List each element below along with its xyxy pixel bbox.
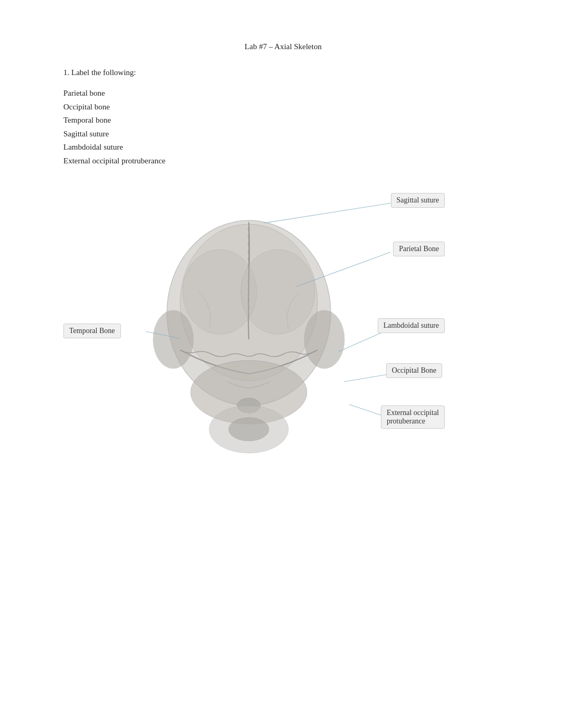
diagram-svg bbox=[63, 183, 503, 511]
label-temporal-bone: Temporal Bone bbox=[63, 324, 121, 338]
list-item: Occipital bone bbox=[63, 100, 503, 114]
list-item: Temporal bone bbox=[63, 114, 503, 127]
svg-point-8 bbox=[209, 406, 288, 453]
svg-point-0 bbox=[167, 220, 331, 406]
svg-point-3 bbox=[241, 250, 315, 334]
list-item: Parietal bone bbox=[63, 87, 503, 100]
list-item: Lambdoidal suture bbox=[63, 141, 503, 154]
label-lambdoidal-suture: Lambdoidal suture bbox=[378, 318, 445, 333]
list-item: External occipital protruberance bbox=[63, 154, 503, 168]
svg-line-11 bbox=[296, 252, 390, 287]
page: Lab #7 – Axial Skeleton 1. Label the fol… bbox=[0, 0, 561, 728]
svg-line-13 bbox=[344, 374, 391, 382]
svg-line-15 bbox=[146, 331, 180, 338]
diagram-area: Sagittal suture Parietal Bone Lambdoidal… bbox=[63, 183, 503, 511]
svg-line-10 bbox=[264, 203, 391, 223]
svg-point-4 bbox=[191, 361, 307, 424]
svg-point-6 bbox=[153, 310, 193, 368]
instructions: 1. Label the following: bbox=[63, 68, 503, 77]
label-parietal-bone: Parietal Bone bbox=[393, 242, 445, 256]
label-list: Parietal bone Occipital bone Temporal bo… bbox=[63, 87, 503, 168]
svg-point-7 bbox=[304, 310, 344, 368]
page-title: Lab #7 – Axial Skeleton bbox=[63, 42, 503, 51]
label-sagittal-suture: Sagittal suture bbox=[391, 193, 445, 208]
label-occipital-bone: Occipital Bone bbox=[386, 363, 442, 378]
label-external-occipital: External occipitalprotuberance bbox=[381, 406, 445, 429]
list-item: Sagittal suture bbox=[63, 127, 503, 141]
svg-point-9 bbox=[229, 418, 269, 441]
skull-illustration bbox=[153, 220, 344, 453]
svg-point-2 bbox=[183, 250, 257, 334]
svg-point-1 bbox=[180, 224, 317, 381]
svg-point-5 bbox=[237, 398, 260, 413]
